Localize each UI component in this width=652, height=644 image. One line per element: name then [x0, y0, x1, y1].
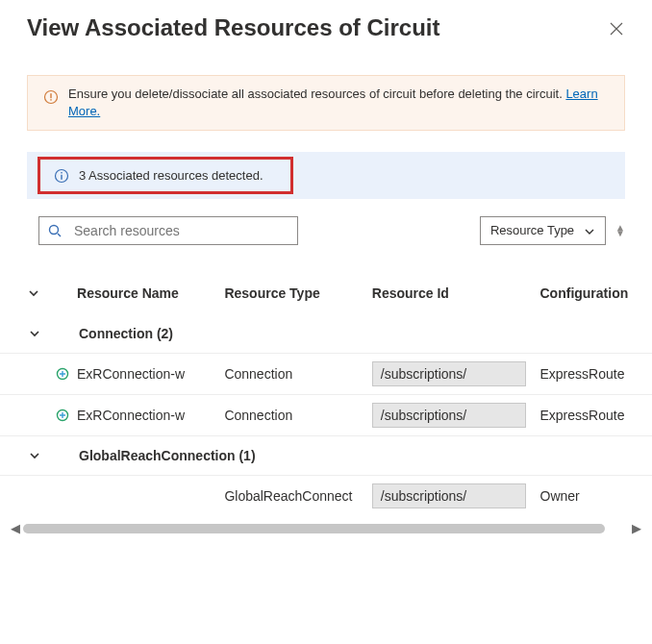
cell-name: ExRConnection-w [77, 408, 224, 423]
info-text: 3 Associated resources detected. [79, 168, 263, 183]
horizontal-scrollbar[interactable]: ◀ ▶ [8, 522, 644, 535]
cell-id[interactable]: /subscriptions/ [372, 403, 526, 428]
svg-rect-1 [50, 93, 51, 98]
svg-rect-2 [50, 99, 51, 100]
connection-icon [55, 366, 77, 382]
table-row[interactable]: GlobalReachConnect /subscriptions/ Owner [0, 476, 652, 516]
svg-rect-4 [61, 175, 62, 180]
cell-name: ExRConnection-w [77, 366, 224, 382]
resource-table: Resource Name Resource Type Resource Id … [0, 245, 652, 516]
col-header-conf[interactable]: Configuration [540, 285, 652, 301]
cell-conf: ExpressRoute [540, 366, 652, 382]
col-header-id[interactable]: Resource Id [372, 285, 540, 301]
scroll-track[interactable] [23, 524, 629, 533]
warning-icon [43, 87, 59, 120]
col-header-type[interactable]: Resource Type [224, 285, 371, 301]
sort-toggle[interactable]: ▲ ▼ [615, 225, 625, 236]
cell-id[interactable]: /subscriptions/ [372, 483, 526, 508]
chevron-down-icon [13, 450, 56, 461]
search-icon [47, 223, 63, 239]
svg-line-7 [58, 234, 61, 236]
cell-type: GlobalReachConnect [224, 488, 371, 504]
connection-icon [55, 408, 77, 423]
collapse-all-toggle[interactable] [13, 287, 55, 299]
group-header[interactable]: GlobalReachConnection (1) [0, 436, 652, 476]
cell-conf: ExpressRoute [540, 408, 652, 423]
table-row[interactable]: ExRConnection-w Connection /subscription… [0, 395, 652, 436]
table-row[interactable]: ExRConnection-w Connection /subscription… [0, 354, 652, 395]
chevron-down-icon [584, 223, 595, 237]
group-header[interactable]: Connection (2) [0, 314, 652, 354]
dropdown-label: Resource Type [490, 223, 574, 237]
group-title: Connection (2) [79, 326, 173, 341]
cell-type: Connection [224, 408, 371, 423]
close-icon[interactable] [604, 13, 629, 42]
sort-down-icon: ▼ [615, 231, 625, 236]
search-input-wrap[interactable] [38, 216, 298, 245]
group-title: GlobalReachConnection (1) [79, 448, 256, 463]
page-title: View Associated Resources of Circuit [27, 14, 439, 41]
search-input[interactable] [72, 222, 289, 239]
info-icon [54, 167, 69, 184]
warning-text: Ensure you delete/dissociate all associa… [68, 86, 611, 120]
cell-id[interactable]: /subscriptions/ [372, 361, 526, 386]
cell-conf: Owner [540, 488, 652, 504]
cell-type: Connection [224, 366, 371, 382]
resource-type-dropdown[interactable]: Resource Type [480, 216, 606, 245]
scroll-right-icon[interactable]: ▶ [629, 521, 644, 535]
table-header: Resource Name Resource Type Resource Id … [0, 272, 652, 314]
col-header-name[interactable]: Resource Name [77, 285, 224, 301]
chevron-down-icon [13, 328, 56, 339]
svg-point-6 [50, 226, 59, 235]
warning-banner: Ensure you delete/dissociate all associa… [27, 75, 625, 131]
scroll-left-icon[interactable]: ◀ [8, 521, 23, 535]
svg-rect-5 [61, 172, 62, 173]
info-banner: 3 Associated resources detected. [27, 152, 625, 199]
